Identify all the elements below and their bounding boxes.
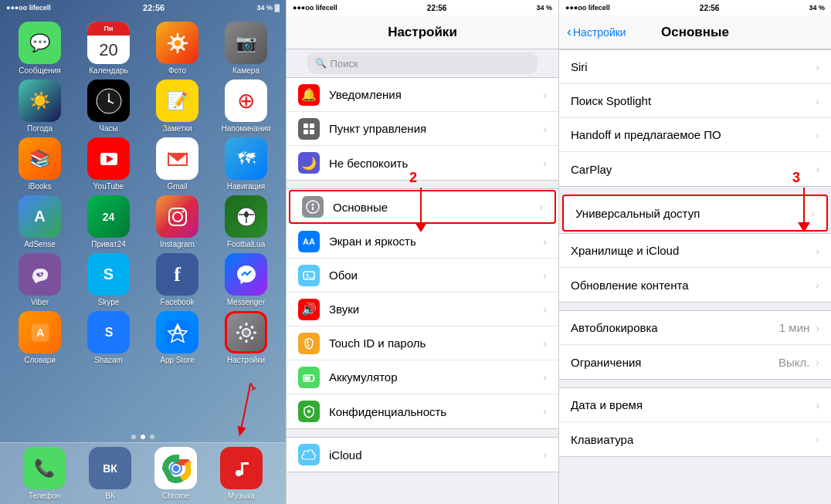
app-navigation[interactable]: 🗺 Навигация — [220, 137, 273, 191]
app-facebook[interactable]: f Facebook — [151, 253, 204, 306]
reminders-icon: ⊕ — [225, 79, 267, 122]
touchid-label: Touch ID и пароль — [329, 337, 543, 350]
settings-row-privacy[interactable]: Конфиденциальность › — [287, 394, 558, 428]
icloud-label: iCloud — [329, 448, 543, 462]
keyboard-chevron: › — [816, 433, 819, 445]
clock-label: Часы — [99, 124, 117, 133]
adsense-label: AdSense — [24, 240, 56, 249]
dot-3 — [150, 435, 154, 439]
universal-chevron: › — [811, 207, 815, 219]
dock-phone[interactable]: 📞 Телефон — [19, 447, 71, 500]
adsense-icon: A — [19, 195, 61, 238]
settings-row-sounds[interactable]: 🔊 Звуки › — [287, 293, 558, 326]
app-adsense[interactable]: A AdSense — [14, 195, 66, 249]
settings-row-icloud[interactable]: iCloud › — [287, 438, 558, 472]
slovary-label: Словари — [24, 356, 56, 364]
weather-icon: ☀️ — [19, 79, 61, 122]
detail-row-universal[interactable]: Универсальный доступ › — [564, 196, 826, 230]
app-weather[interactable]: ☀️ Погода — [14, 79, 66, 133]
control-label: Пункт управления — [329, 122, 543, 135]
app-appstore[interactable]: App Store — [151, 311, 204, 364]
settings-row-wallpaper[interactable]: Обои › — [287, 259, 558, 293]
notes-icon: 📝 — [156, 79, 198, 122]
svg-rect-59 — [312, 207, 314, 211]
settings-row-notifications[interactable]: 🔔 Уведомления › — [287, 78, 558, 112]
slovary-icon: А — [19, 311, 61, 353]
app-camera[interactable]: 📷 Камера — [220, 22, 273, 75]
notes-label: Заметки — [162, 124, 192, 133]
settings-search-bar[interactable]: 🔍 Поиск — [287, 49, 558, 77]
svg-rect-56 — [310, 130, 314, 134]
app-messenger[interactable]: Messenger — [220, 253, 273, 306]
app-settings[interactable]: Настройки — [220, 311, 273, 364]
wallpaper-label: Обои — [329, 269, 543, 282]
app-row-2: ☀️ Погода Часы 📝 Заметки — [9, 79, 276, 133]
dock-music[interactable]: Музыка — [215, 447, 268, 500]
phone2-settings: ●●●oo lifecell 22:56 34 % Настройки 🔍 По… — [286, 0, 558, 504]
settings-row-donotdisturb[interactable]: 🌙 Не беспокоить › — [287, 146, 558, 180]
camera-label: Камера — [232, 66, 259, 75]
settings-row-general[interactable]: Основные › — [289, 190, 556, 224]
photos-icon — [156, 22, 198, 64]
general-detail-list: Siri › Поиск Spotlight › Handoff и предл… — [559, 49, 831, 504]
search-input-wrap[interactable]: 🔍 Поиск — [307, 52, 538, 74]
detail-row-datetime[interactable]: Дата и время › — [559, 388, 831, 422]
battery-chevron: › — [543, 371, 547, 384]
football-label: Football.ua — [227, 240, 265, 249]
app-gmail[interactable]: Gmail — [151, 137, 204, 191]
app-notes[interactable]: 📝 Заметки — [151, 79, 204, 133]
app-calendar[interactable]: Пн 20 Календарь — [83, 22, 135, 75]
detail-row-carplay[interactable]: CarPlay › — [559, 152, 831, 186]
control-center-icon — [298, 118, 320, 140]
detail-row-autolock[interactable]: Автоблокировка 1 мин › — [559, 311, 831, 345]
app-viber[interactable]: Viber — [14, 253, 66, 306]
detail-row-storage[interactable]: Хранилище и iCloud › — [559, 234, 831, 268]
app-photos[interactable]: Фото — [151, 22, 204, 75]
svg-point-61 — [307, 273, 309, 276]
app-skype[interactable]: S Skype — [83, 253, 135, 306]
instagram-icon — [156, 195, 198, 238]
instagram-label: Instagram — [160, 240, 194, 249]
settings-row-control[interactable]: Пункт управления › — [287, 112, 558, 146]
camera-icon: 📷 — [225, 22, 267, 64]
donotdisturb-icon: 🌙 — [298, 152, 320, 174]
app-reminders[interactable]: ⊕ Напоминания — [220, 79, 273, 133]
detail-section-4: Дата и время › Клавиатура › — [559, 387, 831, 457]
settings-row-display[interactable]: AA Экран и яркость › — [287, 225, 558, 259]
app-football[interactable]: Football.ua — [220, 195, 273, 249]
svg-line-9 — [171, 46, 175, 50]
dock-chrome[interactable]: Chrome — [150, 447, 202, 500]
facebook-icon: f — [156, 253, 198, 296]
notifications-label: Уведомления — [329, 88, 543, 101]
messenger-icon — [225, 253, 267, 296]
time-2: 22:56 — [427, 4, 447, 12]
touchid-icon — [298, 333, 320, 354]
app-privat24[interactable]: 24 Приват24 — [83, 195, 135, 249]
settings-row-battery[interactable]: Аккумулятор › — [287, 360, 558, 394]
calendar-icon: Пн 20 — [87, 22, 130, 64]
app-clock[interactable]: Часы — [83, 79, 135, 133]
detail-row-background[interactable]: Обновление контента › — [559, 268, 831, 302]
app-youtube[interactable]: YouTube — [83, 137, 135, 191]
app-slovary[interactable]: А Словари — [14, 311, 66, 364]
autolock-value: 1 мин — [779, 321, 810, 334]
app-messages[interactable]: 💬 Сообщения — [14, 22, 66, 75]
app-ibooks[interactable]: 📚 iBooks — [14, 137, 66, 191]
app-instagram[interactable]: Instagram — [151, 195, 204, 249]
detail-row-keyboard[interactable]: Клавиатура › — [559, 422, 831, 456]
dock-vk[interactable]: ВК ВК — [84, 447, 137, 500]
app-shazam[interactable]: S Shazam — [83, 311, 135, 364]
settings-icon — [225, 311, 267, 353]
detail-row-spotlight[interactable]: Поиск Spotlight › — [559, 84, 831, 118]
settings-row-touchid[interactable]: Touch ID и пароль › — [287, 326, 558, 360]
reminders-label: Напоминания — [222, 124, 271, 133]
music-icon — [220, 447, 263, 489]
back-button[interactable]: ‹ Настройки — [567, 24, 626, 40]
battery-2: 34 % — [536, 4, 552, 12]
dot-1 — [131, 435, 136, 439]
detail-row-siri[interactable]: Siri › — [559, 50, 831, 84]
privacy-chevron: › — [543, 405, 547, 418]
detail-row-restrictions[interactable]: Ограничения Выкл. › — [559, 345, 831, 379]
svg-rect-53 — [304, 123, 308, 128]
detail-row-handoff[interactable]: Handoff и предлагаемое ПО › — [559, 118, 831, 152]
